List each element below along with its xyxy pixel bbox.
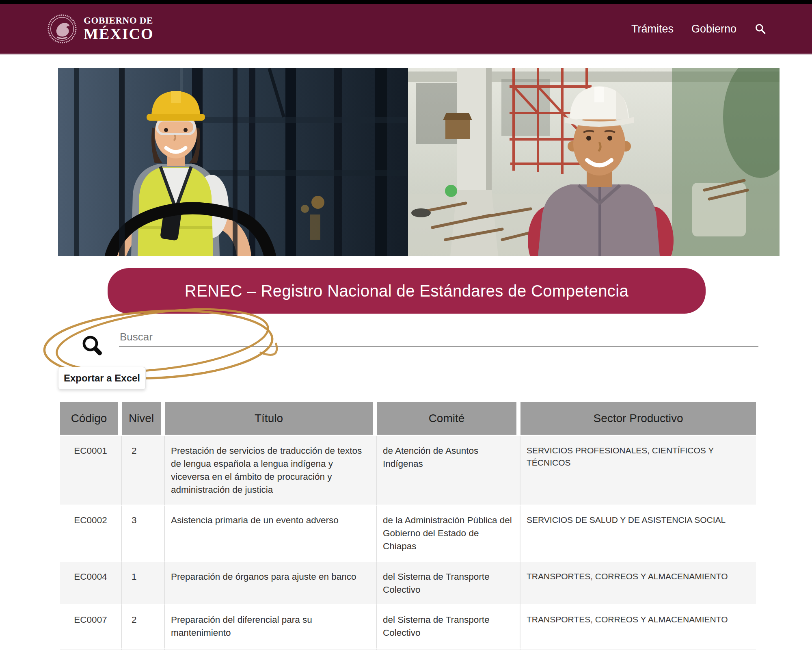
logo-line1: GOBIERNO DE <box>84 16 153 26</box>
hero-left-warehouse-scene <box>58 68 408 256</box>
table-row[interactable]: EC0001 2 Prestación de servicios de trad… <box>60 436 756 506</box>
table-row[interactable]: EC0004 1 Preparación de órganos para aju… <box>60 562 756 606</box>
cell-codigo: EC0004 <box>60 562 122 606</box>
page-title-banner: RENEC – Registro Nacional de Estándares … <box>108 268 706 314</box>
cell-comite: del Sistema de Transporte Colectivo <box>377 562 520 606</box>
cell-sector: SERVICIOS DE SALUD Y DE ASISTENCIA SOCIA… <box>520 506 756 562</box>
search-icon[interactable] <box>80 334 104 358</box>
col-header-nivel: Nivel <box>122 402 165 436</box>
cell-sector: TRANSPORTES, CORREOS Y ALMACENAMIENTO <box>520 605 756 649</box>
mexico-eagle-seal-icon <box>47 14 77 44</box>
main-nav: Trámites Gobierno <box>631 23 767 35</box>
cell-nivel: 2 <box>122 436 165 506</box>
col-header-comite: Comité <box>377 402 520 436</box>
logo-line2: MÉXICO <box>84 26 153 42</box>
cell-comite: del Sistema de Transporte Colectivo <box>377 605 520 649</box>
cell-comite: de Atención de Asuntos Indígenas <box>377 436 520 506</box>
cell-nivel: 3 <box>122 506 165 562</box>
hero-image <box>58 68 780 256</box>
cell-titulo: Preparación de órganos para ajuste en ba… <box>165 562 377 606</box>
gobierno-de-mexico-logo[interactable]: GOBIERNO DE MÉXICO <box>47 14 153 44</box>
table-row[interactable]: EC0002 3 Asistencia primaria de un event… <box>60 506 756 562</box>
cell-titulo: Asistencia primaria de un evento adverso <box>165 506 377 562</box>
col-header-codigo: Código <box>60 402 122 436</box>
table-row[interactable]: EC0007 2 Preparación del diferencial par… <box>60 605 756 649</box>
search-input[interactable] <box>119 327 758 347</box>
logo-wordmark: GOBIERNO DE MÉXICO <box>84 16 153 42</box>
cell-codigo: EC0001 <box>60 436 122 506</box>
cell-titulo: Preparación del diferencial para su mant… <box>165 605 377 649</box>
nav-search-icon[interactable] <box>754 23 767 35</box>
cell-codigo: EC0007 <box>60 605 122 649</box>
nav-item-tramites[interactable]: Trámites <box>631 23 674 35</box>
cell-sector: SERVICIOS PROFESIONALES, CIENTÍFICOS Y T… <box>520 436 756 506</box>
cell-codigo: EC0002 <box>60 506 122 562</box>
cell-nivel: 2 <box>122 605 165 649</box>
table-header-row: Código Nivel Título Comité Sector Produc… <box>60 402 756 436</box>
cell-nivel: 1 <box>122 562 165 606</box>
cell-titulo: Prestación de servicios de traducción de… <box>165 436 377 506</box>
site-header: GOBIERNO DE MÉXICO Trámites Gobierno <box>0 4 812 55</box>
nav-item-gobierno[interactable]: Gobierno <box>691 23 736 35</box>
page-title: RENEC – Registro Nacional de Estándares … <box>185 282 628 300</box>
col-header-sector: Sector Productivo <box>520 402 756 436</box>
col-header-titulo: Título <box>165 402 377 436</box>
cell-sector: TRANSPORTES, CORREOS Y ALMACENAMIENTO <box>520 562 756 606</box>
export-excel-button[interactable]: Exportar a Excel <box>58 367 146 390</box>
top-black-bar <box>0 0 812 4</box>
cell-comite: de la Administración Pública del Gobiern… <box>377 506 520 562</box>
hero-right-construction-scene <box>408 68 780 256</box>
standards-table: Código Nivel Título Comité Sector Produc… <box>60 402 756 650</box>
